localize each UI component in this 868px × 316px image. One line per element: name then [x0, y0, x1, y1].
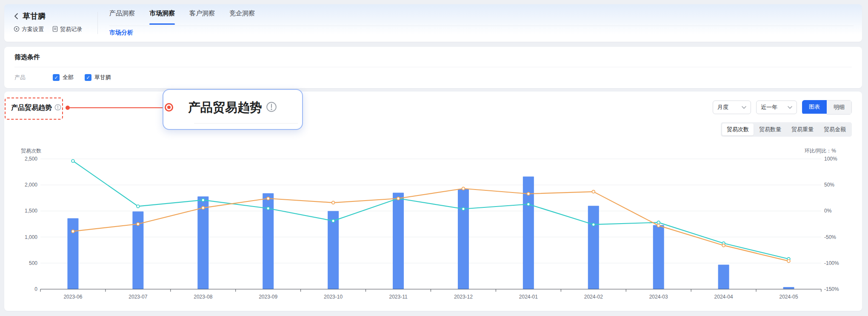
svg-text:2023-07: 2023-07 — [128, 294, 147, 300]
view-toggle: 图表明细 — [802, 100, 852, 115]
bar-2023-06[interactable] — [67, 218, 78, 289]
filter-divider — [14, 67, 852, 67]
svg-text:0%: 0% — [824, 208, 832, 214]
ratio-line-orange-point-2024-03[interactable] — [657, 224, 660, 227]
option-all[interactable]: ✓全部 — [53, 74, 74, 81]
bar-2024-03[interactable] — [653, 225, 664, 289]
chart-svg: 贸易次数环比/同比：%2,500100%2,00050%1,5000%1,000… — [17, 141, 851, 305]
ratio-line-orange-point-2023-11[interactable] — [397, 197, 400, 200]
action-plan-settings[interactable]: 方案设置 — [14, 26, 44, 33]
ratio-line-orange-point-2024-02[interactable] — [592, 190, 595, 193]
ratio-line-orange-point-2023-07[interactable] — [137, 223, 140, 226]
back-chevron-icon[interactable] — [14, 13, 19, 20]
bar-2023-10[interactable] — [328, 211, 339, 289]
ratio-line-teal-point-2023-08[interactable] — [202, 198, 205, 201]
annotation-connector-line — [68, 107, 167, 108]
ratio-line-orange — [73, 189, 788, 261]
svg-text:1,500: 1,500 — [25, 208, 37, 214]
ratio-line-orange-point-2024-01[interactable] — [527, 192, 530, 195]
svg-text:贸易次数: 贸易次数 — [21, 148, 41, 154]
bar-2023-08[interactable] — [197, 196, 208, 289]
tab-market-insight[interactable]: 市场洞察 — [149, 9, 175, 23]
svg-text:0: 0 — [34, 286, 37, 292]
range-select[interactable]: 近一年 — [756, 101, 797, 114]
tab-customer-insight[interactable]: 客户洞察 — [189, 9, 215, 23]
vertical-divider — [97, 12, 98, 34]
section-title: 产品贸易趋势 — [11, 103, 52, 112]
callout-content: 产品贸易趋势 — [188, 90, 277, 126]
period-select[interactable]: 月度 — [713, 101, 751, 114]
svg-text:2024-05: 2024-05 — [779, 294, 798, 300]
ratio-line-orange-point-2023-12[interactable] — [462, 187, 465, 190]
ratio-line-teal-point-2023-10[interactable] — [332, 219, 335, 222]
tab-product-insight[interactable]: 产品洞察 — [109, 9, 135, 23]
svg-text:2,000: 2,000 — [25, 182, 37, 188]
svg-text:-50%: -50% — [824, 234, 836, 240]
metric-tab-trade-quantity[interactable]: 贸易数量 — [754, 124, 786, 135]
ratio-line-orange-point-2024-05[interactable] — [787, 260, 790, 263]
page-title: 草甘膦 — [23, 11, 46, 21]
svg-text:环比/同比：%: 环比/同比：% — [804, 148, 836, 154]
ratio-line-orange-point-2023-08[interactable] — [202, 207, 205, 210]
svg-text:500: 500 — [29, 260, 37, 266]
ratio-line-teal-point-2023-06[interactable] — [71, 159, 74, 162]
svg-text:50%: 50% — [824, 182, 834, 188]
product-options: ✓全部✓草甘膦 — [53, 74, 111, 81]
ratio-line-teal-point-2024-03[interactable] — [657, 221, 660, 224]
svg-text:100%: 100% — [824, 156, 837, 162]
chart-controls: 月度 近一年 图表明细 — [713, 100, 852, 115]
info-icon-large — [266, 101, 277, 114]
svg-text:1,000: 1,000 — [25, 234, 37, 240]
bar-2024-05[interactable] — [783, 287, 794, 289]
metric-tab-trade-amount[interactable]: 贸易金额 — [819, 124, 851, 135]
bar-2024-02[interactable] — [588, 206, 599, 289]
ratio-line-teal — [73, 161, 788, 259]
bar-2024-04[interactable] — [718, 264, 729, 289]
metric-tab-trade-count[interactable]: 贸易次数 — [722, 124, 754, 135]
option-glyphosate[interactable]: ✓草甘膦 — [85, 74, 111, 81]
info-icon[interactable] — [54, 104, 61, 112]
ratio-line-teal-point-2024-02[interactable] — [592, 223, 595, 226]
ratio-line-orange-point-2023-06[interactable] — [71, 230, 74, 233]
metric-tabs: 贸易次数贸易数量贸易重量贸易金额 — [721, 122, 852, 137]
action-trade-records[interactable]: 贸易记录 — [52, 26, 82, 33]
metric-tab-trade-weight[interactable]: 贸易重量 — [787, 124, 818, 135]
ratio-line-orange-point-2023-10[interactable] — [332, 201, 335, 204]
filter-title: 筛选条件 — [14, 53, 40, 61]
subtab-market-analysis[interactable]: 市场分析 — [109, 29, 133, 37]
chevron-down-icon — [788, 106, 792, 109]
checkbox-all[interactable]: ✓ — [53, 74, 60, 81]
filter-card: 筛选条件 产品 ✓全部✓草甘膦 — [4, 47, 862, 88]
document-icon — [52, 26, 58, 33]
ratio-line-orange-point-2023-09[interactable] — [267, 197, 270, 200]
chevron-down-icon — [742, 106, 746, 109]
ratio-line-teal-point-2023-09[interactable] — [267, 207, 270, 210]
svg-text:2,500: 2,500 — [25, 156, 37, 162]
svg-text:2023-12: 2023-12 — [454, 294, 473, 300]
annotation-callout: 产品贸易趋势 — [163, 89, 303, 130]
bar-2023-11[interactable] — [393, 193, 404, 289]
detail-view-button[interactable]: 明细 — [827, 100, 852, 115]
filter-row: 产品 ✓全部✓草甘膦 — [14, 74, 111, 81]
ratio-line-orange-point-2024-04[interactable] — [722, 244, 725, 247]
checkbox-glyphosate[interactable]: ✓ — [85, 74, 91, 81]
product-field-label: 产品 — [14, 74, 53, 81]
section-title-row: 产品贸易趋势 — [11, 103, 61, 112]
svg-text:2023-06: 2023-06 — [63, 294, 82, 300]
trend-chart: 贸易次数环比/同比：%2,500100%2,00050%1,5000%1,000… — [17, 141, 851, 305]
header-card: 草甘膦 方案设置贸易记录 产品洞察市场洞察客户洞察竞企洞察 市场分析 — [4, 4, 862, 42]
target-icon — [14, 26, 20, 33]
callout-title: 产品贸易趋势 — [188, 99, 262, 116]
title-row: 草甘膦 — [14, 11, 46, 21]
ratio-line-teal-point-2024-01[interactable] — [527, 203, 530, 206]
ratio-line-teal-point-2023-12[interactable] — [462, 207, 465, 210]
svg-text:2023-11: 2023-11 — [389, 294, 407, 300]
tab-competitor-insight[interactable]: 竞企洞察 — [229, 9, 255, 23]
svg-text:2024-03: 2024-03 — [649, 294, 668, 300]
svg-text:2024-04: 2024-04 — [714, 294, 733, 300]
bar-2023-12[interactable] — [458, 189, 469, 289]
svg-text:2024-01: 2024-01 — [519, 294, 538, 300]
chart-view-button[interactable]: 图表 — [802, 100, 827, 114]
header-tabs: 产品洞察市场洞察客户洞察竞企洞察 — [109, 9, 255, 23]
ratio-line-teal-point-2023-07[interactable] — [137, 205, 140, 208]
